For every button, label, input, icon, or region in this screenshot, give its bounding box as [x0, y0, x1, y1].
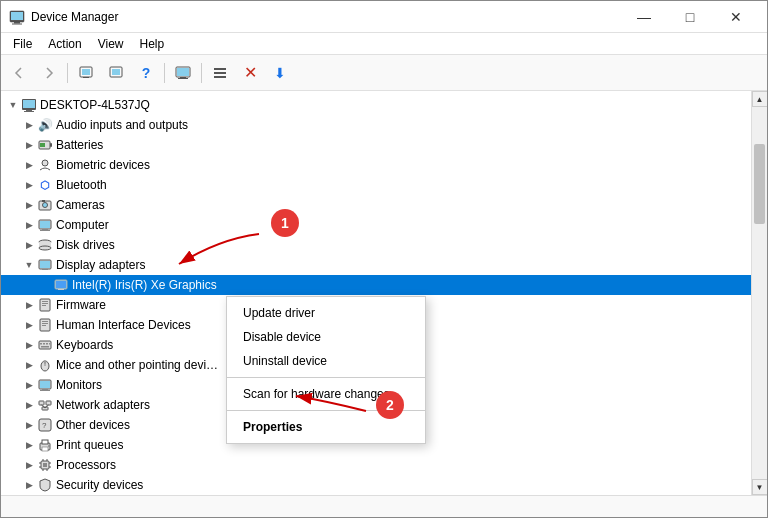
tree-root[interactable]: ▼ DESKTOP-4L537JQ	[1, 95, 751, 115]
toolbar-list-btn[interactable]	[206, 59, 234, 87]
svg-rect-3	[12, 23, 22, 24]
svg-rect-49	[40, 343, 42, 345]
label-monitors: Monitors	[56, 378, 102, 392]
svg-rect-8	[112, 69, 120, 75]
label-firmware: Firmware	[56, 298, 106, 312]
menu-view[interactable]: View	[90, 35, 132, 53]
svg-rect-22	[50, 143, 52, 147]
minimize-button[interactable]: —	[621, 1, 667, 33]
expand-biometric[interactable]: ▶	[21, 157, 37, 173]
label-intel-graphics: Intel(R) Iris(R) Xe Graphics	[72, 278, 217, 292]
scrollbar[interactable]: ▲ ▼	[751, 91, 767, 495]
window-icon	[9, 9, 25, 25]
expand-security[interactable]: ▶	[21, 477, 37, 493]
expand-hid[interactable]: ▶	[21, 317, 37, 333]
menu-help[interactable]: Help	[132, 35, 173, 53]
context-scan-changes[interactable]: Scan for hardware changes	[227, 382, 425, 406]
expand-mice[interactable]: ▶	[21, 357, 37, 373]
svg-rect-59	[42, 389, 48, 390]
expand-monitors[interactable]: ▶	[21, 377, 37, 393]
svg-rect-50	[43, 343, 45, 345]
tree-bluetooth[interactable]: ▶ ⬡ Bluetooth	[1, 175, 751, 195]
context-update-driver[interactable]: Update driver	[227, 301, 425, 325]
tree-biometric[interactable]: ▶ Biometric devices	[1, 155, 751, 175]
forward-button[interactable]	[35, 59, 63, 87]
expand-keyboards[interactable]: ▶	[21, 337, 37, 353]
expand-batteries[interactable]: ▶	[21, 137, 37, 153]
toolbar-btn-2[interactable]	[102, 59, 130, 87]
tree-processors[interactable]: ▶ Processors	[1, 455, 751, 475]
label-hid: Human Interface Devices	[56, 318, 191, 332]
tree-batteries[interactable]: ▶ Batteries	[1, 135, 751, 155]
svg-rect-53	[41, 346, 49, 348]
tree-cameras[interactable]: ▶ Cameras	[1, 195, 751, 215]
context-separator	[227, 377, 425, 378]
menu-action[interactable]: Action	[40, 35, 89, 53]
expand-firmware[interactable]: ▶	[21, 297, 37, 313]
icon-display	[37, 257, 53, 273]
menu-bar: File Action View Help	[1, 33, 767, 55]
toolbar-sep-3	[201, 63, 202, 83]
menu-file[interactable]: File	[5, 35, 40, 53]
svg-rect-26	[42, 200, 45, 202]
tree-intel-graphics[interactable]: ▶ Intel(R) Iris(R) Xe Graphics	[1, 275, 751, 295]
svg-rect-10	[177, 68, 189, 76]
scroll-down[interactable]: ▼	[752, 479, 768, 495]
label-audio: Audio inputs and outputs	[56, 118, 188, 132]
context-uninstall-device[interactable]: Uninstall device	[227, 349, 425, 373]
label-other: Other devices	[56, 418, 130, 432]
back-button[interactable]	[5, 59, 33, 87]
svg-rect-42	[42, 303, 48, 304]
svg-rect-29	[42, 229, 48, 230]
expand-processors[interactable]: ▶	[21, 457, 37, 473]
scroll-thumb[interactable]	[754, 144, 765, 224]
label-batteries: Batteries	[56, 138, 103, 152]
expand-root[interactable]: ▼	[5, 97, 21, 113]
icon-hid	[37, 317, 53, 333]
expand-other[interactable]: ▶	[21, 417, 37, 433]
svg-rect-19	[24, 111, 34, 112]
svg-point-56	[44, 361, 46, 364]
svg-rect-69	[42, 440, 48, 444]
expand-disk[interactable]: ▶	[21, 237, 37, 253]
scroll-up[interactable]: ▲	[752, 91, 768, 107]
window-title: Device Manager	[31, 10, 621, 24]
context-menu: Update driver Disable device Uninstall d…	[226, 296, 426, 444]
tree-disk[interactable]: ▶ Disk drives	[1, 235, 751, 255]
label-security: Security devices	[56, 478, 143, 492]
icon-keyboards	[37, 337, 53, 353]
icon-computer	[37, 217, 53, 233]
toolbar-download-btn[interactable]: ⬇	[266, 59, 294, 87]
expand-print[interactable]: ▶	[21, 437, 37, 453]
svg-rect-5	[82, 69, 90, 75]
expand-bluetooth[interactable]: ▶	[21, 177, 37, 193]
svg-rect-60	[40, 390, 50, 391]
expand-audio[interactable]: ▶	[21, 117, 37, 133]
maximize-button[interactable]: □	[667, 1, 713, 33]
expand-display[interactable]: ▼	[21, 257, 37, 273]
context-properties[interactable]: Properties	[227, 415, 425, 439]
expand-computer[interactable]: ▶	[21, 217, 37, 233]
context-disable-device[interactable]: Disable device	[227, 325, 425, 349]
toolbar-monitor-btn[interactable]	[169, 59, 197, 87]
label-processors: Processors	[56, 458, 116, 472]
expand-network[interactable]: ▶	[21, 397, 37, 413]
tree-computer[interactable]: ▶ Computer	[1, 215, 751, 235]
icon-monitors	[37, 377, 53, 393]
tree-audio[interactable]: ▶ 🔊 Audio inputs and outputs	[1, 115, 751, 135]
svg-rect-21	[40, 143, 45, 147]
tree-display[interactable]: ▼ Display adapters	[1, 255, 751, 275]
expand-cameras[interactable]: ▶	[21, 197, 37, 213]
svg-rect-41	[42, 301, 48, 302]
tree-security[interactable]: ▶ Security devices	[1, 475, 751, 495]
svg-rect-51	[46, 343, 48, 345]
svg-point-25	[43, 203, 48, 208]
toolbar-help-btn[interactable]: ?	[132, 59, 160, 87]
toolbar-btn-1[interactable]	[72, 59, 100, 87]
toolbar-delete-btn[interactable]: ✕	[236, 59, 264, 87]
close-button[interactable]: ✕	[713, 1, 759, 33]
scroll-track[interactable]	[752, 107, 767, 479]
icon-other: ?	[37, 417, 53, 433]
svg-rect-73	[43, 463, 47, 467]
context-separator-2	[227, 410, 425, 411]
